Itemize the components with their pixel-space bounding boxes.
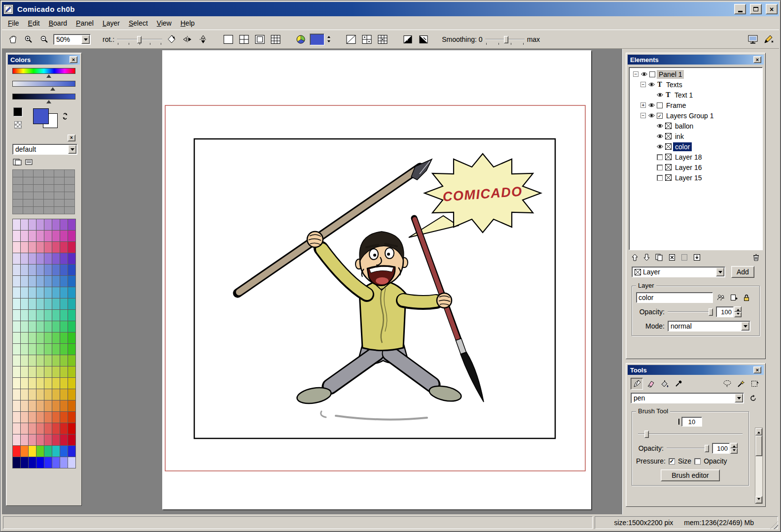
collapse-section-icon[interactable]: ×: [68, 134, 75, 141]
palette-swatch[interactable]: [13, 321, 20, 332]
tree-item-label[interactable]: Layers Group 1: [664, 111, 716, 120]
palette-swatch[interactable]: [68, 423, 75, 434]
palette-swatch[interactable]: [21, 265, 28, 275]
rotation-slider[interactable]: [117, 34, 162, 44]
palette-swatch[interactable]: [21, 242, 28, 253]
canvas-page[interactable]: COMICADO: [162, 50, 591, 509]
smoothing-slider[interactable]: [485, 34, 525, 44]
tree-item-layers-group-1[interactable]: −✓Layers Group 1: [629, 110, 762, 121]
palette-swatch[interactable]: [68, 434, 75, 445]
tree-item-ballon[interactable]: ballon: [629, 121, 762, 131]
tree-expander-icon[interactable]: −: [633, 71, 639, 77]
gray-swatch[interactable]: [44, 200, 54, 206]
visibility-eye-icon[interactable]: [647, 102, 655, 108]
gray-swatch[interactable]: [54, 170, 64, 177]
close-button[interactable]: ×: [766, 4, 778, 14]
palette-swatch[interactable]: [68, 253, 75, 264]
palette-swatch[interactable]: [44, 310, 52, 321]
palette-swatch[interactable]: [60, 378, 68, 389]
brush-preset-select[interactable]: pen: [631, 393, 744, 403]
tools-panel-titlebar[interactable]: Tools ×: [628, 365, 764, 375]
palette-swatch[interactable]: [52, 321, 60, 332]
palette-swatch[interactable]: [29, 423, 36, 434]
palette-swatch[interactable]: [21, 389, 28, 400]
title-bar[interactable]: Comicado ch0b ×: [2, 2, 779, 16]
visibility-eye-icon[interactable]: [647, 82, 655, 87]
palette-swatch[interactable]: [36, 253, 44, 264]
palette-swatch[interactable]: [29, 242, 36, 253]
gray-swatch[interactable]: [54, 185, 64, 192]
palette-swatch[interactable]: [52, 344, 60, 355]
page-grid-icon[interactable]: [237, 33, 250, 45]
palette-swatch[interactable]: [29, 219, 36, 230]
palette-swatch[interactable]: [68, 299, 75, 309]
maximize-button[interactable]: [750, 4, 762, 14]
palette-swatch[interactable]: [68, 287, 75, 298]
palette-swatch[interactable]: [60, 265, 68, 275]
gray-swatch[interactable]: [44, 192, 54, 199]
palette-swatch[interactable]: [44, 276, 52, 287]
tree-item-ink[interactable]: ink: [629, 131, 762, 141]
palette-swatch[interactable]: [13, 457, 20, 468]
palette-swatch[interactable]: [36, 299, 44, 309]
palette-swatch[interactable]: [13, 253, 20, 264]
palette-swatch[interactable]: [13, 332, 20, 343]
page-single-icon[interactable]: [221, 33, 235, 45]
palette-swatch[interactable]: [52, 400, 60, 411]
palette-swatch[interactable]: [21, 366, 28, 377]
palette-swatch[interactable]: [68, 231, 75, 241]
palette-swatch[interactable]: [60, 276, 68, 287]
layer-mode-select[interactable]: normal: [668, 321, 750, 332]
palette-swatch[interactable]: [52, 242, 60, 253]
palette-swatch[interactable]: [60, 389, 68, 400]
palette-swatch[interactable]: [36, 378, 44, 389]
layer-opacity-slider[interactable]: [668, 307, 713, 317]
palette-swatch[interactable]: [44, 434, 52, 445]
pressure-size-checkbox[interactable]: ✓: [669, 458, 675, 465]
spin-up-icon[interactable]: [734, 306, 742, 312]
palette-preset-select[interactable]: default: [12, 144, 77, 155]
current-color-swatch[interactable]: [310, 33, 324, 45]
palette-swatch[interactable]: [21, 231, 28, 241]
menu-item-view[interactable]: View: [152, 17, 176, 29]
gray-swatch[interactable]: [44, 207, 54, 214]
pressure-opacity-checkbox[interactable]: [694, 458, 701, 465]
palette-swatch[interactable]: [21, 287, 28, 298]
palette-swatch[interactable]: [68, 276, 75, 287]
gray-swatch[interactable]: [54, 200, 64, 206]
palette-swatch[interactable]: [21, 355, 28, 366]
palette-swatch[interactable]: [44, 423, 52, 434]
gray-swatch[interactable]: [54, 177, 64, 184]
palette-swatch[interactable]: [29, 299, 36, 309]
gray-swatch[interactable]: [54, 207, 64, 214]
palette-swatch[interactable]: [29, 287, 36, 298]
tree-item-label[interactable]: Layer 15: [673, 173, 704, 182]
fill-tool-icon[interactable]: [658, 378, 671, 390]
gray-swatch[interactable]: [65, 170, 74, 177]
scrollbar-thumb[interactable]: [755, 435, 762, 456]
tree-item-label[interactable]: ink: [673, 132, 686, 141]
visibility-checkbox[interactable]: [657, 154, 663, 160]
palette-swatch[interactable]: [52, 446, 60, 457]
palette-swatch[interactable]: [13, 423, 20, 434]
menu-item-layer[interactable]: Layer: [98, 17, 124, 29]
grid-2x2-icon[interactable]: [360, 33, 373, 45]
palette-swatch[interactable]: [52, 457, 60, 468]
layer-name-input[interactable]: [636, 292, 713, 303]
layer-opacity-value[interactable]: [716, 306, 734, 317]
tree-item-panel-1[interactable]: −Panel 1: [629, 69, 762, 79]
palette-swatch[interactable]: [21, 276, 28, 287]
palette-swatch[interactable]: [13, 355, 20, 366]
palette-swatch[interactable]: [44, 446, 52, 457]
gray-swatch[interactable]: [23, 185, 33, 192]
palette-swatch[interactable]: [36, 423, 44, 434]
palette-swatch[interactable]: [44, 242, 52, 253]
foreground-swatch[interactable]: [33, 108, 49, 124]
chevron-down-icon[interactable]: [716, 267, 724, 276]
palette-swatch[interactable]: [60, 310, 68, 321]
rotate-board-icon[interactable]: [165, 33, 178, 45]
palette-swatch[interactable]: [52, 299, 60, 309]
palette-swatch[interactable]: [60, 400, 68, 411]
palette-swatch[interactable]: [68, 344, 75, 355]
tools-close-icon[interactable]: ×: [753, 366, 761, 373]
